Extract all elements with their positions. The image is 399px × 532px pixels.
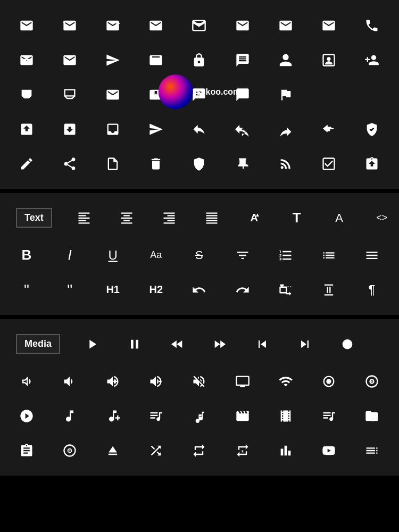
movie-icon[interactable] bbox=[221, 398, 264, 433]
skip-previous-icon[interactable] bbox=[241, 327, 284, 361]
fast-forward-icon[interactable] bbox=[198, 327, 241, 361]
text-width-icon[interactable] bbox=[264, 272, 307, 307]
align-left-icon[interactable] bbox=[63, 201, 105, 235]
bold-icon[interactable]: B bbox=[5, 238, 48, 272]
playlist-lines-icon[interactable] bbox=[351, 433, 393, 468]
mail-list-icon[interactable] bbox=[48, 8, 91, 43]
strikethrough-icon[interactable]: S bbox=[178, 238, 220, 272]
mail-receive-icon[interactable] bbox=[221, 8, 264, 43]
play-icon[interactable] bbox=[71, 327, 113, 361]
bar-chart-icon[interactable] bbox=[264, 433, 307, 468]
reply-icon[interactable] bbox=[178, 112, 220, 146]
mail-icon[interactable] bbox=[5, 8, 48, 43]
italic-icon[interactable]: I bbox=[48, 238, 91, 272]
trash-icon[interactable] bbox=[135, 146, 177, 181]
undo-text-icon[interactable] bbox=[178, 272, 220, 307]
back-icon[interactable] bbox=[307, 112, 350, 146]
play-circle-icon[interactable] bbox=[5, 398, 48, 433]
mail-arrow-icon[interactable] bbox=[92, 8, 134, 43]
mail-upload-icon[interactable] bbox=[48, 43, 91, 77]
paragraph-icon[interactable]: ¶ bbox=[351, 272, 393, 307]
pause-icon[interactable] bbox=[113, 327, 156, 361]
quote-close-icon[interactable]: " bbox=[48, 272, 91, 307]
eject-icon[interactable] bbox=[92, 433, 134, 468]
cd-icon[interactable] bbox=[48, 433, 91, 468]
menu-lines-icon[interactable] bbox=[351, 238, 393, 272]
edit-icon[interactable] bbox=[5, 146, 48, 181]
music-note-icon[interactable] bbox=[48, 398, 91, 433]
volume-minus-icon[interactable] bbox=[135, 364, 177, 398]
music-double-icon[interactable] bbox=[178, 398, 220, 433]
send-arrow-icon[interactable] bbox=[135, 112, 177, 146]
repeat-icon[interactable] bbox=[178, 433, 220, 468]
share-icon[interactable] bbox=[48, 146, 91, 181]
volume-low-icon[interactable] bbox=[5, 364, 48, 398]
mail-download-icon[interactable] bbox=[5, 43, 48, 77]
case-icon[interactable]: Aa bbox=[135, 238, 177, 272]
chat-icon[interactable] bbox=[221, 43, 264, 77]
font-size-icon[interactable]: A bbox=[318, 201, 361, 235]
person-card-icon[interactable] bbox=[307, 43, 350, 77]
h2-icon[interactable]: H2 bbox=[135, 272, 177, 307]
checklist-icon[interactable] bbox=[307, 146, 350, 181]
underline-icon[interactable]: U bbox=[92, 238, 134, 272]
volume-plus-icon[interactable] bbox=[92, 364, 134, 398]
youtube-icon[interactable] bbox=[307, 433, 350, 468]
list-unordered-icon[interactable] bbox=[307, 238, 350, 272]
music-list-icon[interactable] bbox=[135, 398, 177, 433]
clipboard-icon[interactable] bbox=[351, 146, 393, 181]
mail-star-icon[interactable] bbox=[264, 8, 307, 43]
mail-package-icon[interactable] bbox=[135, 43, 177, 77]
flag-icon[interactable] bbox=[264, 77, 307, 112]
folder-music-icon[interactable] bbox=[351, 398, 393, 433]
h1-icon[interactable]: H1 bbox=[92, 272, 134, 307]
quote-open-icon[interactable]: " bbox=[5, 272, 48, 307]
repeat-one-icon[interactable] bbox=[221, 433, 264, 468]
music-add-icon[interactable] bbox=[92, 398, 134, 433]
screen-icon[interactable] bbox=[221, 364, 264, 398]
reply-all-icon[interactable] bbox=[221, 112, 264, 146]
mail-check-icon[interactable] bbox=[135, 8, 177, 43]
align-right-icon[interactable] bbox=[148, 201, 190, 235]
inbox-icon[interactable] bbox=[92, 112, 134, 146]
inbox-upload-icon[interactable] bbox=[48, 112, 91, 146]
list-ordered-icon[interactable] bbox=[264, 238, 307, 272]
rewind-icon[interactable] bbox=[156, 327, 198, 361]
filter-icon[interactable] bbox=[221, 238, 264, 272]
wifi-icon[interactable] bbox=[264, 364, 307, 398]
reply-corner-icon[interactable] bbox=[5, 77, 48, 112]
shield-icon[interactable] bbox=[351, 112, 393, 146]
volume-medium-icon[interactable] bbox=[48, 364, 91, 398]
mail-badge-icon[interactable] bbox=[307, 8, 350, 43]
volume-mute-icon[interactable] bbox=[178, 364, 220, 398]
mail-flag-corner-icon[interactable] bbox=[92, 77, 134, 112]
shield-badge-icon[interactable] bbox=[178, 146, 220, 181]
forward-corner-icon[interactable] bbox=[48, 77, 91, 112]
rss-icon[interactable] bbox=[264, 146, 307, 181]
mail-send-icon[interactable] bbox=[92, 43, 134, 77]
text-style-icon[interactable]: A▲ bbox=[233, 201, 276, 235]
title-text-icon[interactable]: T bbox=[276, 201, 318, 235]
align-justify-icon[interactable] bbox=[190, 201, 233, 235]
align-center-icon[interactable] bbox=[105, 201, 148, 235]
mail-lock-icon[interactable] bbox=[178, 43, 220, 77]
mail-open-icon[interactable] bbox=[178, 8, 220, 43]
document-icon[interactable] bbox=[92, 146, 134, 181]
disc-icon[interactable] bbox=[351, 364, 393, 398]
inbox-download-icon[interactable] bbox=[5, 112, 48, 146]
film-icon[interactable] bbox=[264, 398, 307, 433]
shuffle-icon[interactable] bbox=[135, 433, 177, 468]
pin-icon[interactable] bbox=[221, 146, 264, 181]
playlist-icon[interactable] bbox=[307, 398, 350, 433]
text-height-icon[interactable] bbox=[307, 272, 350, 307]
clipboard-media-icon[interactable] bbox=[5, 433, 48, 468]
person-add-icon[interactable] bbox=[351, 43, 393, 77]
radio-button-icon[interactable] bbox=[307, 364, 350, 398]
record-icon[interactable] bbox=[326, 327, 369, 361]
code-icon[interactable]: <> bbox=[361, 201, 399, 235]
skip-next-icon[interactable] bbox=[284, 327, 326, 361]
redo-text-icon[interactable] bbox=[221, 272, 264, 307]
phone-icon[interactable] bbox=[351, 8, 393, 43]
forward-icon[interactable] bbox=[264, 112, 307, 146]
person-icon[interactable] bbox=[264, 43, 307, 77]
